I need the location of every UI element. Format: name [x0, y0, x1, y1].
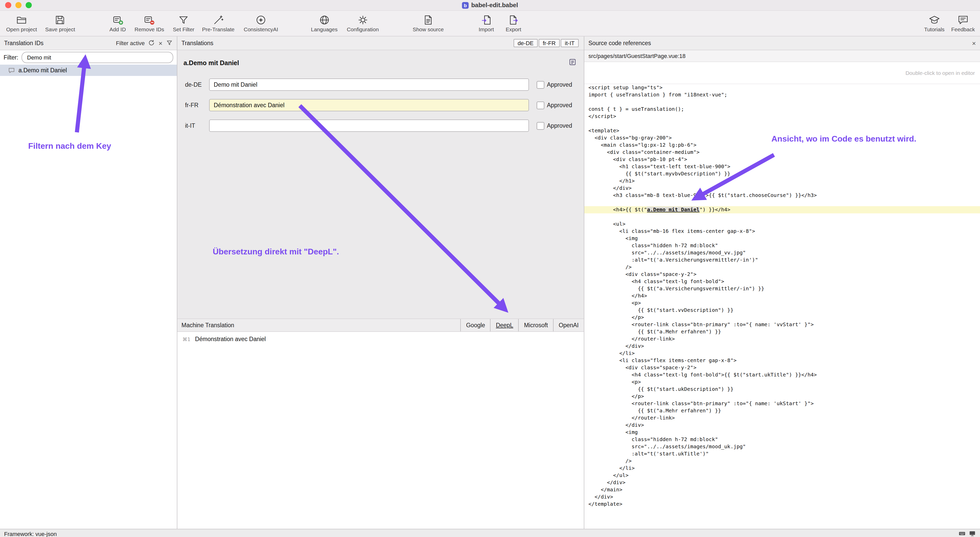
code-line: <router-link class="btn-primary" :to="{ …	[584, 321, 980, 328]
code-line: <template>	[584, 127, 980, 134]
translations-body: a.Demo mit Daniel de-DEApprovedfr-FRAppr…	[177, 50, 584, 319]
close-source-panel-icon[interactable]: ×	[972, 39, 976, 47]
approved-label: Approved	[547, 81, 572, 88]
toolbar-import[interactable]: Import	[474, 11, 499, 35]
code-line: <div class="pb-10 pt-4">	[584, 156, 980, 163]
export-icon	[508, 14, 519, 26]
language-tab-it-IT[interactable]: it-IT	[561, 39, 579, 47]
code-line: <img	[584, 429, 980, 436]
minimize-window-button[interactable]	[15, 2, 22, 8]
code-line: <div class="space-y-2">	[584, 271, 980, 278]
code-line: </p>	[584, 393, 980, 400]
source-code-block: <script setup lang="ts">import { useTran…	[584, 84, 980, 529]
code-line: <h1 class="text-left text-blue-900">	[584, 163, 980, 170]
mt-tab-google[interactable]: Google	[461, 319, 490, 331]
toolbar-label: Export	[506, 26, 521, 32]
toolbar-languages[interactable]: Languages	[309, 11, 340, 35]
speech-bubble-icon	[8, 67, 15, 73]
gear-icon	[357, 14, 369, 26]
toolbar-label: Open project	[6, 26, 37, 32]
approved-checkbox[interactable]	[537, 81, 544, 88]
source-code-panel: Source code references × src/pages/start…	[584, 37, 980, 529]
code-line: </main>	[584, 486, 980, 493]
mt-tab-microsoft[interactable]: Microsoft	[519, 319, 553, 331]
code-line: </h1>	[584, 177, 980, 185]
machine-translation-title: Machine Translation	[181, 322, 234, 328]
code-line: </li>	[584, 350, 980, 357]
keyboard-icon[interactable]	[958, 530, 966, 537]
source-file-reference[interactable]: src/pages/start/GuestStartPage.vue:18	[584, 50, 980, 62]
filter-toggle-icon[interactable]	[166, 39, 173, 47]
code-line: <router-link class="btn-primary" :to="{ …	[584, 400, 980, 407]
machine-translation-header: Machine Translation GoogleDeepLMicrosoft…	[177, 319, 584, 332]
code-line: </div>	[584, 422, 980, 429]
translation-input-de-DE[interactable]	[209, 78, 529, 91]
highlighted-translation-key[interactable]: a.Demo mit Daniel	[647, 207, 700, 212]
language-label: it-IT	[185, 123, 207, 129]
code-line: {{ $t("a.Mehr erfahren") }}	[584, 328, 980, 335]
approved-checkbox[interactable]	[537, 101, 544, 109]
deepl-annotation: Übersetzung direkt mit "DeepL".	[213, 247, 339, 257]
toolbar-configuration[interactable]: Configuration	[345, 11, 381, 35]
approved-label: Approved	[547, 102, 572, 108]
code-line: {{ $t("start.myvbvDescription") }}	[584, 170, 980, 177]
comment-icon[interactable]	[568, 58, 577, 68]
window-title: b babel-edit.babel	[462, 2, 518, 9]
machine-translation-suggestion: Démonstration avec Daniel	[195, 336, 266, 342]
filter-row: Filter:	[0, 50, 177, 65]
translation-row-fr-FR: fr-FRApproved	[177, 96, 584, 114]
toolbar-add-id[interactable]: Add ID	[105, 11, 130, 35]
mt-tab-deepl[interactable]: DeepL	[490, 319, 519, 331]
code-line: <div class="container-medium">	[584, 149, 980, 156]
language-tab-de-DE[interactable]: de-DE	[514, 39, 538, 47]
code-line: </li>	[584, 465, 980, 472]
code-line: class="hidden h-72 md:block"	[584, 242, 980, 249]
filter-label: Filter:	[3, 54, 19, 61]
toolbar-label: Import	[479, 26, 494, 32]
approved-checkbox[interactable]	[537, 122, 544, 129]
language-tab-fr-FR[interactable]: fr-FR	[539, 39, 560, 47]
code-line: class="hidden h-72 md:block"	[584, 436, 980, 443]
source-annotation: Ansicht, wo im Code es benutzt wird.	[772, 134, 916, 143]
code-line: <img	[584, 235, 980, 242]
display-icon[interactable]	[969, 530, 976, 537]
translation-key: a.Demo mit Daniel	[183, 59, 239, 67]
machine-translation-suggestion-row[interactable]: ⌘1 Démonstration avec Daniel	[183, 336, 584, 342]
code-line: src="../../assets/images/mood_uk.jpg"	[584, 443, 980, 450]
code-line: </div>	[584, 479, 980, 486]
translations-header: Translations de-DEfr-FRit-IT	[177, 37, 584, 50]
toolbar-set-filter[interactable]: Set Filter	[171, 11, 197, 35]
toolbar-pre-translate[interactable]: Pre-Translate	[200, 11, 237, 35]
toolbar-open-project[interactable]: Open project	[4, 11, 39, 35]
translation-id-item[interactable]: a.Demo mit Daniel	[0, 65, 177, 76]
open-in-editor-hint: Double-click to open in editor	[584, 62, 980, 84]
source-code-header: Source code references ×	[584, 37, 980, 50]
refresh-filter-icon[interactable]	[148, 39, 155, 47]
code-line	[584, 99, 980, 106]
toolbar-consistencyai[interactable]: ConsistencyAI	[242, 11, 280, 35]
code-line: </router-link>	[584, 414, 980, 422]
close-window-button[interactable]	[5, 2, 11, 8]
code-line: <p>	[584, 300, 980, 307]
code-line: <li class="flex items-center gap-x-8">	[584, 357, 980, 364]
filter-input[interactable]	[22, 52, 173, 63]
save-icon	[54, 14, 66, 26]
mt-tab-openai[interactable]: OpenAI	[553, 319, 584, 331]
translation-rows: de-DEApprovedfr-FRApprovedit-ITApproved	[177, 76, 584, 134]
toolbar-feedback[interactable]: Feedback	[949, 11, 977, 35]
toolbar-tutorials[interactable]: Tutorials	[922, 11, 947, 35]
code-line: <p>	[584, 379, 980, 386]
toolbar-save-project[interactable]: Save project	[43, 11, 77, 35]
zoom-window-button[interactable]	[25, 2, 32, 8]
toolbar-label: Add ID	[110, 26, 126, 32]
clear-filter-icon[interactable]: ×	[159, 40, 162, 46]
toolbar-show-source[interactable]: Show source	[410, 11, 445, 35]
translation-input-it-IT[interactable]	[209, 120, 529, 132]
statusbar: Framework: vue-json	[0, 529, 980, 537]
toolbar-export[interactable]: Export	[501, 11, 526, 35]
toolbar-label: ConsistencyAI	[244, 26, 278, 32]
translation-input-fr-FR[interactable]	[209, 99, 529, 111]
toolbar-remove-ids[interactable]: Remove IDs	[132, 11, 166, 35]
toolbar-label: Show source	[413, 26, 444, 32]
code-line: </div>	[584, 185, 980, 192]
